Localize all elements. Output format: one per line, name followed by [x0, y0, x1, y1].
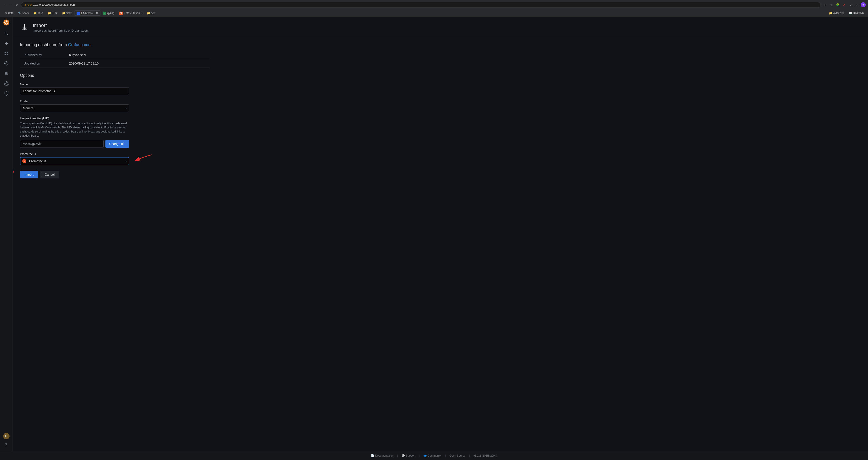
prometheus-select[interactable]: Prometheus — [20, 157, 129, 165]
bookmark-hcm-label: HCM测试工具 — [81, 11, 98, 15]
close-circle-icon[interactable]: ✕ — [842, 2, 847, 7]
svg-point-0 — [3, 20, 9, 26]
uid-field-group: Unique identifier (UID) The unique ident… — [20, 117, 210, 148]
updated-on-value: 2020-09-22 17:53:10 — [65, 59, 210, 68]
bookmark-hcm[interactable]: H HCM测试工具 — [74, 10, 100, 16]
browser-profile-avatar[interactable]: Ⅴ — [861, 2, 866, 7]
svg-rect-12 — [7, 54, 8, 55]
bookmark-dev[interactable]: 📁 开发 — [46, 11, 59, 16]
bookmark-other[interactable]: 📁 其他书签 — [827, 11, 846, 16]
action-buttons: Import Cancel — [20, 171, 210, 178]
main-content: Import Import dashboard from file or Gra… — [13, 17, 868, 451]
explore-icon — [4, 61, 9, 66]
uid-input[interactable] — [20, 140, 104, 148]
footer-links: 📄 Documentation | 💬 Support | 👥 Communit… — [3, 454, 865, 457]
footer-open-source-link[interactable]: Open Source — [450, 454, 466, 457]
import-button[interactable]: Import — [20, 171, 38, 178]
folder-icon: 📁 — [62, 11, 65, 15]
name-input[interactable] — [20, 87, 129, 95]
page-header-text: Import Import dashboard from file or Gra… — [33, 23, 89, 32]
red-arrow-import-svg — [13, 157, 20, 175]
bookmark-self[interactable]: 📁 self — [145, 11, 157, 15]
sidebar-item-dashboards[interactable] — [2, 49, 11, 58]
bookmark-reading[interactable]: 📖 阅读清单 — [847, 11, 866, 16]
community-icon: 👥 — [423, 454, 427, 457]
extension-icon[interactable]: 🧩 — [835, 2, 840, 7]
bookmark-notes[interactable]: N Notes Station 3 — [117, 11, 144, 15]
reload-button[interactable]: ↻ — [14, 2, 19, 7]
svg-point-5 — [5, 32, 7, 34]
name-field-group: Name — [20, 83, 210, 95]
bookmark-selected[interactable]: 📁 渗透 — [60, 11, 73, 16]
bookmark-searx-label: searx — [22, 11, 29, 15]
prometheus-select-wrapper: P Prometheus ▾ — [20, 157, 129, 165]
user-avatar[interactable]: H — [3, 433, 9, 439]
extension2-icon[interactable]: ⬡ — [855, 2, 859, 7]
dashboard-info-grid: Published by bugvanisher Updated on 2020… — [20, 51, 210, 68]
back-button[interactable]: ← — [2, 2, 7, 7]
grafana-logo-svg — [3, 19, 9, 26]
bookmark-selected-label: 渗透 — [66, 11, 72, 15]
sidebar-item-alerting[interactable] — [2, 69, 11, 78]
qyzhg-icon: q — [103, 11, 106, 15]
svg-rect-10 — [7, 52, 8, 53]
bookmark-right: 📁 其他书签 📖 阅读清单 — [827, 11, 866, 16]
sidebar-item-shield[interactable] — [2, 89, 11, 98]
address-bar[interactable]: 不安全 10.0.0.100:3000/dashboard/import — [21, 2, 821, 8]
folder-select[interactable]: General — [20, 104, 129, 112]
footer-version: v8.1.2 (103f8fa094) — [473, 454, 497, 457]
refresh-icon[interactable]: ↺ — [848, 2, 853, 7]
footer-support-link[interactable]: 💬 Support — [402, 454, 415, 457]
browser-actions: ⊞ ☆ 🧩 ✕ ↺ ⬡ Ⅴ — [823, 2, 866, 7]
svg-rect-11 — [4, 54, 6, 55]
svg-point-14 — [6, 63, 7, 64]
import-container: Importing dashboard from Grafana.com Pub… — [13, 37, 217, 184]
svg-point-2 — [6, 21, 7, 22]
bookmark-searx[interactable]: 🔍 searx — [17, 11, 31, 15]
footer-community-link[interactable]: 👥 Community — [423, 454, 441, 457]
svg-line-6 — [7, 34, 8, 35]
options-heading: Options — [20, 73, 210, 78]
bookmark-icon[interactable]: ☆ — [829, 2, 834, 7]
docs-icon: 📄 — [371, 454, 374, 457]
folder-icon: 📁 — [33, 11, 37, 15]
bookmark-office[interactable]: 📁 办公 — [32, 11, 45, 16]
folder-select-wrapper: General ▾ — [20, 104, 129, 112]
page-title: Import — [33, 23, 89, 28]
folder-icon: 📁 — [147, 11, 150, 15]
sidebar-item-add[interactable] — [2, 39, 11, 48]
folder-field-group: Folder General ▾ — [20, 99, 210, 112]
cancel-button[interactable]: Cancel — [40, 171, 60, 178]
bookmark-apps[interactable]: ⊞ 应用 — [2, 11, 16, 16]
sidebar-item-configuration[interactable] — [2, 79, 11, 88]
footer-separator: | — [445, 454, 446, 457]
svg-point-15 — [6, 83, 7, 84]
grafana-link[interactable]: Grafana.com — [68, 42, 92, 47]
browser-toolbar: ← → ↻ 不安全 10.0.0.100:3000/dashboard/impo… — [0, 0, 868, 9]
svg-rect-9 — [4, 52, 6, 53]
help-button[interactable]: ? — [2, 440, 11, 449]
import-from-section: Importing dashboard from Grafana.com Pub… — [20, 42, 210, 68]
sidebar-item-search[interactable] — [2, 29, 11, 38]
gear-icon — [4, 81, 9, 86]
app-container: H ? Import Import dashboard from file or… — [0, 17, 868, 451]
grafana-logo[interactable] — [3, 19, 10, 26]
security-warning: 不安全 — [24, 3, 32, 7]
prometheus-field-group: Prometheus P Prometheus ▾ — [20, 152, 210, 165]
prometheus-label: Prometheus — [20, 152, 210, 156]
bookmark-qyzhg[interactable]: q qyzhg — [101, 11, 116, 15]
uid-label: Unique identifier (UID) — [20, 117, 210, 120]
sidebar-item-explore[interactable] — [2, 59, 11, 68]
translate-icon[interactable]: ⊞ — [823, 2, 828, 7]
bookmark-reading-label: 阅读清单 — [853, 11, 864, 15]
footer-documentation-link[interactable]: 📄 Documentation — [371, 454, 394, 457]
arrow-container: P Prometheus ▾ — [20, 157, 129, 165]
bookmark-other-label: 其他书签 — [833, 11, 844, 15]
support-icon: 💬 — [402, 454, 405, 457]
sidebar: H ? — [0, 17, 13, 451]
forward-button[interactable]: → — [8, 2, 13, 7]
change-uid-button[interactable]: Change uid — [105, 140, 129, 148]
app-footer: 📄 Documentation | 💬 Support | 👥 Communit… — [0, 451, 868, 460]
apps-icon: ⊞ — [4, 11, 7, 15]
options-section: Options Name Folder General ▾ Unique i — [20, 73, 210, 178]
